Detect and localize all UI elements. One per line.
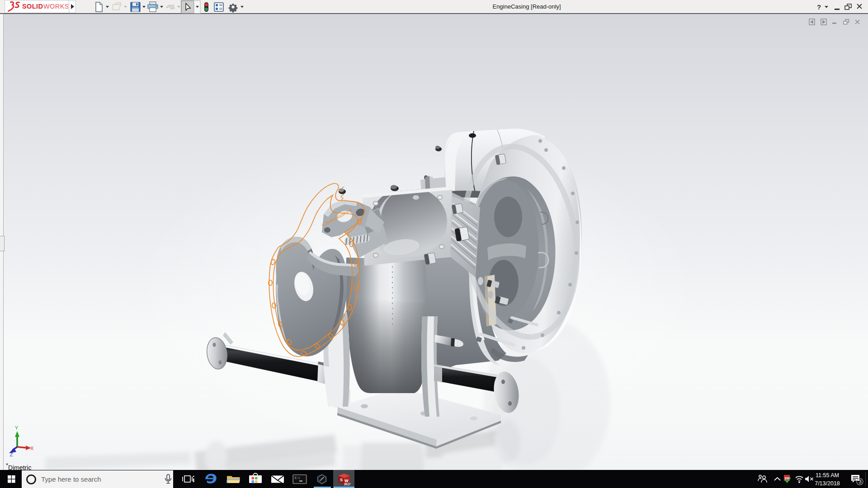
svg-text:?: ? [817,3,821,11]
svg-text:SOLID: SOLID [22,3,43,10]
svg-text:Y: Y [15,425,19,431]
svg-text:3: 3 [859,479,862,484]
svg-text:C:\: C:\ [295,477,300,480]
svg-text:Z: Z [10,452,13,457]
svg-text:WORKS: WORKS [43,3,68,10]
svg-text:2017: 2017 [344,483,351,486]
svg-text:X: X [30,446,34,451]
svg-text:S: S [340,478,343,482]
